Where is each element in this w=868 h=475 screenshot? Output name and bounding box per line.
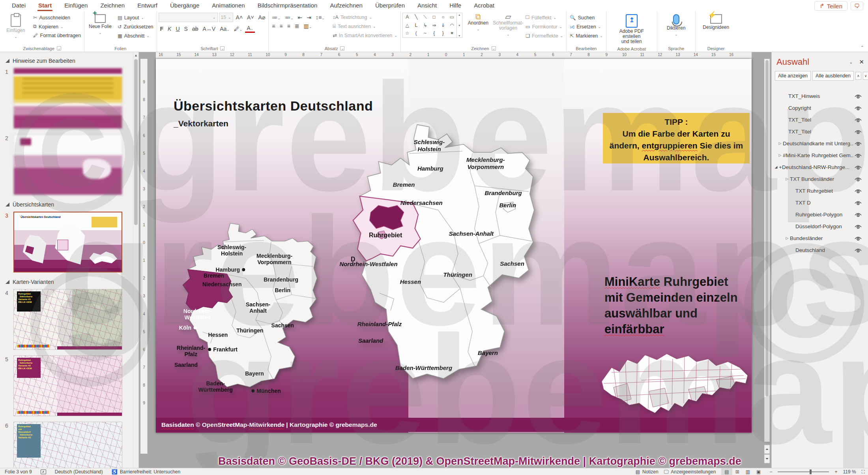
menu-tab[interactable]: Übergänge [164,0,206,11]
shape-fill-button[interactable]: 🞎Fülleffekt⌄ [524,14,565,21]
show-all-button[interactable]: Alle anzeigen [775,71,811,81]
shape-icon[interactable]: A [403,13,412,21]
slide-thumbnail-row[interactable]: 6 Ruhrgebiet mit Düsseldorf _Vektorkarte… [0,420,138,468]
display-settings-button[interactable]: 🖵Anzeigeeinstellungen [664,469,716,475]
visibility-eye-icon[interactable] [854,164,862,170]
slide-thumbnail-row[interactable]: 3 Übersichtskarten Deutschland [0,210,138,276]
find-button[interactable]: 🔍Suchen [568,14,604,21]
arrange-button[interactable]: ⧉Anordnen⌄ [464,13,492,34]
normal-view-button[interactable]: ▤ [721,468,732,475]
slide-thumbnail-row[interactable]: 2 [0,133,138,199]
shadow-button[interactable]: S [183,25,189,32]
spellcheck-icon[interactable]: ✗ [41,469,46,474]
scroll-up-icon[interactable]: ▲ [133,52,138,58]
menu-tab[interactable]: Einfügen [58,0,94,11]
underline-button[interactable]: U [174,25,181,32]
slide-subtitle[interactable]: _Vektorkarten [174,119,228,128]
expand-icon[interactable]: ▷ [784,177,790,181]
adobe-pdf-button[interactable]: Adobe PDF erstellen und teilen [617,13,646,46]
font-name-select[interactable]: ⌄ [159,13,218,22]
shape-icon[interactable]: ╲ [412,13,421,21]
dialog-launcher-icon[interactable]: ⌟ [340,46,344,51]
shape-icon[interactable]: ☆ [403,29,412,38]
section-header[interactable]: Übersichtskarten [0,199,138,210]
shape-effects-button[interactable]: ❏Formeffekte⌄ [524,32,565,39]
bold-button[interactable]: F [159,25,165,32]
zoom-slider[interactable] [778,471,829,472]
align-text-button[interactable]: ⌸Text ausrichten⌄ [331,23,399,30]
comments-icon[interactable]: 🗨 [851,2,863,10]
slide-thumbnail-row[interactable]: 1 [0,66,138,133]
selection-item[interactable]: Düsseldorf-Polygon [772,220,868,232]
fit-slide-button[interactable]: ⛶ [862,469,865,475]
scrollbar-thumb[interactable] [134,59,138,225]
grow-font-button[interactable]: A˄ [234,14,245,21]
slide-title[interactable]: Übersichtskarten Deutschland [174,98,373,114]
scrollbar-thumb[interactable] [765,60,769,396]
zoom-slider-thumb[interactable] [810,469,812,474]
shape-icon[interactable]: ↳ [421,21,430,30]
slide-2-thumbnail[interactable] [13,134,122,195]
align-right-button[interactable]: ≡ [286,23,292,30]
selection-item[interactable]: ▷ TXT Bundesländer [772,173,868,185]
section-header[interactable]: Hinweise zum Bearbeiten [0,55,138,66]
menu-tab[interactable]: Animationen [206,0,251,11]
menu-tab[interactable]: Start [32,0,58,11]
clear-format-button[interactable]: A⌀ [257,14,267,21]
smartart-button[interactable]: ⇄In SmartArt konvertieren⌄ [331,32,399,39]
strikethrough-button[interactable]: ab [191,25,200,32]
visibility-eye-icon[interactable] [854,212,862,218]
visibility-eye-icon[interactable] [854,223,862,229]
justify-button[interactable]: ≣ [293,23,301,30]
menu-tab[interactable]: Entwurf [131,0,164,11]
menu-tab[interactable]: Zeichnen [94,0,131,11]
germany-map-small[interactable]: Schleswig- HolsteinMecklenburg- Vorpomme… [170,220,333,413]
quick-styles-button[interactable]: ▱Schnellformat-vorlagen⌄ [494,13,522,39]
slide-canvas[interactable]: Übersichtskarten Deutschland _Vektorkart… [156,59,752,433]
italic-button[interactable]: K [166,25,173,32]
menu-tab[interactable]: Überprüfen [369,0,411,11]
visibility-eye-icon[interactable] [854,200,862,206]
horizontal-ruler[interactable]: 1615141312111098765432101234567891011121… [156,52,752,59]
visibility-eye-icon[interactable] [854,105,862,111]
visibility-eye-icon[interactable] [854,129,862,135]
line-spacing-button[interactable]: ↕≡⌄ [314,14,326,21]
shapes-gallery-scroll[interactable]: ▴▾▾ [457,13,462,38]
cut-button[interactable]: ✂Ausschneiden [32,14,82,21]
minikarte-textbox[interactable]: MiniKarte Ruhrgebiet mit Gemeinden einze… [604,274,752,337]
close-icon[interactable]: ✕ [859,58,864,66]
paste-button[interactable]: Einfügen⌄ [2,13,30,41]
visibility-eye-icon[interactable] [854,188,862,194]
shape-icon[interactable]: □ [430,13,439,21]
section-button[interactable]: ▦Abschnitt⌄ [116,32,155,39]
shape-icon[interactable]: { [430,29,439,38]
copy-button[interactable]: ⧉Kopieren⌄ [32,23,82,30]
menu-tab[interactable]: Datei [6,0,32,11]
slideshow-button[interactable]: ▣ [753,468,764,475]
shape-icon[interactable]: ▭ [447,13,456,21]
thumbnail-scrollbar[interactable]: ▲ [133,52,138,468]
slide-attribution-bar[interactable]: Basisdaten © OpenStreetMap-Mitwirkende |… [156,418,752,432]
selection-item[interactable]: TXT D [772,197,868,208]
notes-button[interactable]: ▤Notizen [636,469,658,475]
selection-item[interactable]: ▷ Deutschlandkarte mit Unterg... [772,137,868,149]
dialog-launcher-icon[interactable]: ⌟ [492,46,496,51]
selection-item[interactable]: Copyright [772,102,868,114]
design-ideas-button[interactable]: Designideen [702,13,730,32]
shape-icon[interactable]: ⇓ [439,21,448,30]
accessibility-status[interactable]: ♿Barrierefreiheit: Untersuchen [112,469,180,475]
visibility-eye-icon[interactable] [854,117,862,123]
zoom-level[interactable]: 119 % [843,469,856,475]
selection-item[interactable]: TXT_Titel [772,114,868,126]
text-direction-button[interactable]: ↕ATextrichtung⌄ [331,14,399,21]
shape-icon[interactable]: ⇒ [430,21,439,30]
shape-icon[interactable]: L [412,21,421,30]
shape-icon[interactable]: ( [412,29,421,38]
visibility-eye-icon[interactable] [854,247,862,253]
shape-icon[interactable]: ○ [439,13,448,21]
shape-icon[interactable]: ◠ [447,21,456,30]
selection-item[interactable]: Ruhrgebiet-Polygon [772,208,868,220]
menu-tab[interactable]: Bildschirmpräsentation [251,0,324,11]
slide-sorter-view-button[interactable]: ⊞ [732,468,743,475]
change-case-button[interactable]: Aa⌄ [218,25,231,32]
